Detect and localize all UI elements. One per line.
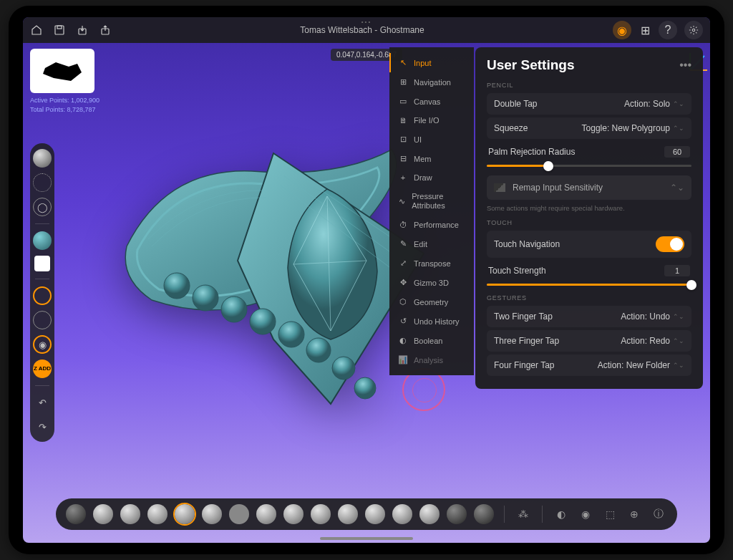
home-indicator[interactable] xyxy=(320,537,413,540)
palm-radius-slider[interactable] xyxy=(487,165,691,167)
chevron-updown-icon: ⌃⌄ xyxy=(673,313,684,320)
symmetry-icon[interactable]: ⁂ xyxy=(515,506,532,523)
touch-strength-row: Touch Strength 1 xyxy=(487,261,691,278)
separator xyxy=(35,279,49,279)
subtool-thumbnail[interactable] xyxy=(30,49,94,93)
wireframe-icon[interactable]: ⬚ xyxy=(601,506,618,523)
brush-11[interactable] xyxy=(338,504,358,524)
brush-8[interactable] xyxy=(256,504,276,524)
nav-item-input[interactable]: ↖Input xyxy=(389,53,474,72)
four-finger-row[interactable]: Four Finger Tap Action: New Folder⌃⌄ xyxy=(487,354,691,376)
material-sphere-icon[interactable] xyxy=(33,149,52,168)
nav-item-performance[interactable]: ⏱Performance xyxy=(389,216,474,234)
palm-radius-value[interactable]: 60 xyxy=(664,146,690,158)
brush-16[interactable] xyxy=(474,504,494,524)
history-icon: ↺ xyxy=(398,317,408,326)
chevron-updown-icon: ⌃⌄ xyxy=(670,183,684,193)
brush-5-active[interactable] xyxy=(175,504,195,524)
squeeze-row[interactable]: Squeeze Toggle: New Polygroup⌃⌄ xyxy=(487,117,691,139)
add-mesh-icon[interactable]: ⊕ xyxy=(626,506,643,523)
lasso-tool-icon[interactable] xyxy=(33,173,52,192)
nav-item-gizmo[interactable]: ✥Gizmo 3D xyxy=(389,273,474,292)
nav-item-geometry[interactable]: ⬡Geometry xyxy=(389,292,474,312)
nav-item-ui[interactable]: ⊡UI xyxy=(389,130,474,149)
nav-item-transpose[interactable]: ⤢Transpose xyxy=(389,254,474,273)
nav-item-edit[interactable]: ✎Edit xyxy=(389,234,474,254)
drag-handle-dots[interactable]: ••• xyxy=(361,19,372,25)
nav-item-mem[interactable]: ⊟Mem xyxy=(389,149,474,168)
brush-7[interactable] xyxy=(229,504,249,524)
touch-strength-value[interactable]: 1 xyxy=(664,265,690,276)
thumbnail-panel: Active Points: 1,002,900 Total Points: 8… xyxy=(30,49,99,114)
cursor-icon: ↖ xyxy=(398,58,408,67)
separator xyxy=(542,506,543,523)
nav-item-fileio[interactable]: 🗎File I/O xyxy=(389,111,474,130)
color-swatch-teal[interactable] xyxy=(33,231,52,250)
nav-item-navigation[interactable]: ⊞Navigation xyxy=(389,72,474,92)
settings-gear-icon[interactable] xyxy=(684,21,703,39)
color-swatch-white[interactable] xyxy=(34,256,50,271)
two-finger-row[interactable]: Two Finger Tap Action: Undo⌃⌄ xyxy=(487,306,691,327)
more-icon[interactable]: ••• xyxy=(679,59,691,72)
brush-intensity-icon[interactable] xyxy=(33,311,52,329)
nav-item-canvas[interactable]: ▭Canvas xyxy=(389,92,474,111)
brush-10[interactable] xyxy=(311,504,331,524)
share-icon[interactable] xyxy=(99,24,112,37)
mask-icon[interactable]: ◐ xyxy=(553,506,570,523)
touch-strength-slider[interactable] xyxy=(487,284,691,286)
settings-nav: ↖Input ⊞Navigation ▭Canvas 🗎File I/O ⊡UI… xyxy=(389,47,474,375)
undo-icon[interactable]: ↶ xyxy=(33,393,52,412)
brush-4[interactable] xyxy=(147,504,168,524)
file-icon: 🗎 xyxy=(398,116,408,125)
brush-6[interactable] xyxy=(202,504,222,524)
hexagon-icon: ⬡ xyxy=(398,297,408,306)
zadd-button[interactable]: Z ADD xyxy=(33,359,52,378)
palm-rejection-row: Palm Rejection Radius 60 xyxy=(487,142,691,159)
brush-2[interactable] xyxy=(93,504,113,524)
chevron-updown-icon: ⌃⌄ xyxy=(673,100,684,107)
brush-15[interactable] xyxy=(447,504,467,524)
save-icon[interactable] xyxy=(53,24,66,37)
home-icon[interactable] xyxy=(30,24,43,37)
svg-rect-0 xyxy=(55,26,64,34)
record-icon[interactable]: ◯ xyxy=(33,198,52,216)
brush-13[interactable] xyxy=(392,504,412,524)
double-tap-row[interactable]: Double Tap Action: Solo⌃⌄ xyxy=(487,93,691,115)
section-touch: TOUCH xyxy=(487,219,691,226)
lightbulb-icon[interactable]: ◉ xyxy=(613,21,631,39)
panels-icon[interactable]: ⊞ xyxy=(639,24,651,37)
svg-point-13 xyxy=(306,338,331,362)
svg-point-15 xyxy=(354,377,376,399)
curve-ramp-icon xyxy=(494,183,505,192)
redo-icon[interactable]: ↷ xyxy=(33,417,52,436)
canvas-icon: ▭ xyxy=(398,97,408,106)
brush-1[interactable] xyxy=(66,504,86,524)
memory-icon: ⊟ xyxy=(398,154,408,163)
separator xyxy=(35,385,49,386)
pencil-icon: ✎ xyxy=(398,239,408,248)
nav-item-boolean[interactable]: ◐Boolean xyxy=(389,331,474,350)
touch-nav-toggle[interactable] xyxy=(656,236,684,252)
visibility-icon[interactable]: ◉ xyxy=(577,506,594,523)
touch-navigation-row: Touch Navigation xyxy=(487,231,691,258)
gizmo-icon: ✥ xyxy=(398,278,408,287)
svg-point-11 xyxy=(250,309,276,334)
brush-14[interactable] xyxy=(419,504,440,524)
brush-focal-icon[interactable]: ◉ xyxy=(33,335,52,354)
info-icon[interactable]: ⓘ xyxy=(650,506,667,523)
nav-item-pressure[interactable]: ∿Pressure Attributes xyxy=(389,187,474,216)
document-title: Tomas Wittelsbach - Ghostmane xyxy=(122,25,603,35)
brush-12[interactable] xyxy=(365,504,385,524)
three-finger-row[interactable]: Three Finger Tap Action: Redo⌃⌄ xyxy=(487,330,691,352)
nav-item-draw[interactable]: +Draw xyxy=(389,168,474,187)
import-icon[interactable] xyxy=(76,24,89,37)
ui-icon: ⊡ xyxy=(398,135,408,144)
brush-size-icon[interactable] xyxy=(33,286,52,305)
brush-3[interactable] xyxy=(120,504,140,524)
remap-sensitivity-row[interactable]: Remap Input Sensitivity ⌃⌄ xyxy=(487,175,691,200)
nav-item-analysis[interactable]: 📊Analysis xyxy=(389,350,474,370)
help-icon[interactable]: ? xyxy=(659,21,677,39)
nav-item-undo-history[interactable]: ↺Undo History xyxy=(389,312,474,331)
brush-9[interactable] xyxy=(283,504,304,524)
top-left-icons xyxy=(30,24,112,37)
